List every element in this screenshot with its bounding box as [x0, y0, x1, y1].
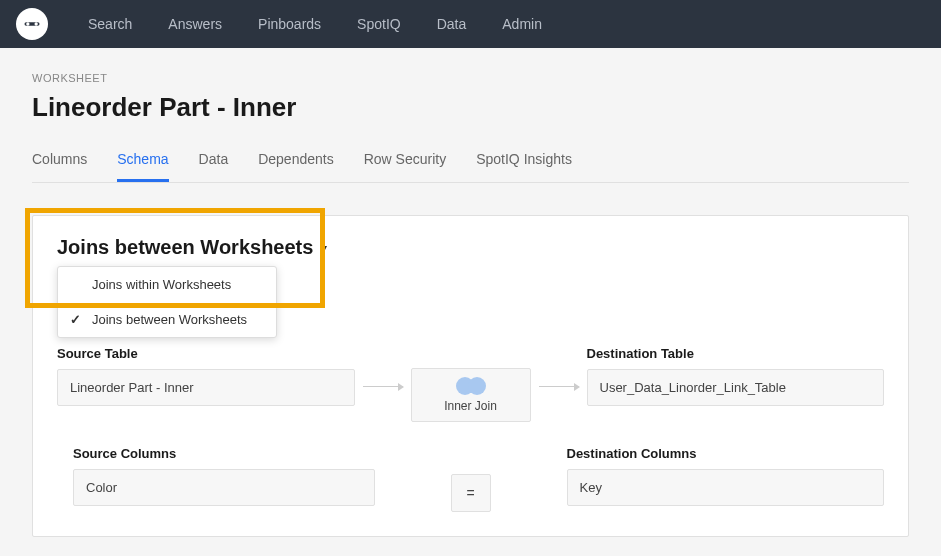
dest-table-label: Destination Table — [587, 346, 885, 361]
tab-data[interactable]: Data — [199, 151, 229, 182]
source-table-value[interactable]: Lineorder Part - Inner — [57, 369, 355, 406]
dropdown-option-between[interactable]: ✓ Joins between Worksheets — [58, 302, 276, 337]
inner-join-icon — [424, 377, 518, 395]
joins-dropdown-trigger[interactable]: Joins between Worksheets ▾ — [57, 236, 884, 259]
dest-table-value[interactable]: User_Data_Linorder_Link_Table — [587, 369, 885, 406]
tab-spotiq-insights[interactable]: SpotIQ Insights — [476, 151, 572, 182]
source-table-block: Source Table Lineorder Part - Inner — [57, 346, 355, 406]
joins-dropdown-wrapper: Joins between Worksheets ▾ Joins within … — [33, 216, 908, 267]
nav-items: Search Answers Pinboards SpotIQ Data Adm… — [88, 16, 542, 32]
source-columns-block: Source Columns Color — [57, 446, 375, 506]
tab-dependents[interactable]: Dependents — [258, 151, 334, 182]
content-area: WORKSHEET Lineorder Part - Inner Columns… — [0, 48, 941, 556]
tab-schema[interactable]: Schema — [117, 151, 168, 182]
equals-operator: = — [451, 474, 491, 512]
dest-columns-block: Destination Columns Key — [567, 446, 885, 506]
dest-columns-value[interactable]: Key — [567, 469, 885, 506]
source-table-label: Source Table — [57, 346, 355, 361]
source-columns-value[interactable]: Color — [73, 469, 375, 506]
arrow-connector-right — [539, 386, 579, 387]
nav-pinboards[interactable]: Pinboards — [258, 16, 321, 32]
nav-admin[interactable]: Admin — [502, 16, 542, 32]
page-title: Lineorder Part - Inner — [32, 92, 909, 123]
join-type-box[interactable]: Inner Join — [411, 368, 531, 422]
nav-spotiq[interactable]: SpotIQ — [357, 16, 401, 32]
top-nav: Search Answers Pinboards SpotIQ Data Adm… — [0, 0, 941, 48]
tab-columns[interactable]: Columns — [32, 151, 87, 182]
joins-dropdown-menu: Joins within Worksheets ✓ Joins between … — [57, 266, 277, 338]
nav-search[interactable]: Search — [88, 16, 132, 32]
joins-dropdown-title: Joins between Worksheets — [57, 236, 313, 259]
chevron-down-icon: ▾ — [321, 241, 327, 255]
source-columns-label: Source Columns — [73, 446, 375, 461]
dropdown-option-within[interactable]: Joins within Worksheets — [58, 267, 276, 302]
join-tables-row: Source Table Lineorder Part - Inner Inne… — [33, 330, 908, 446]
svg-point-1 — [26, 22, 29, 25]
svg-point-2 — [35, 22, 38, 25]
tabs: Columns Schema Data Dependents Row Secur… — [32, 151, 909, 183]
join-type-block: Inner Join — [411, 346, 531, 422]
join-columns-row: Source Columns Color = Destination Colum… — [33, 446, 908, 536]
dest-table-block: Destination Table User_Data_Linorder_Lin… — [587, 346, 885, 406]
join-type-label: Inner Join — [424, 399, 518, 413]
check-icon: ✓ — [70, 312, 81, 327]
nav-data[interactable]: Data — [437, 16, 467, 32]
arrow-connector-left — [363, 386, 403, 387]
breadcrumb: WORKSHEET — [32, 72, 909, 84]
tab-row-security[interactable]: Row Security — [364, 151, 446, 182]
nav-answers[interactable]: Answers — [168, 16, 222, 32]
schema-card: Joins between Worksheets ▾ Joins within … — [32, 215, 909, 537]
dest-columns-label: Destination Columns — [567, 446, 885, 461]
logo-icon[interactable] — [16, 8, 48, 40]
